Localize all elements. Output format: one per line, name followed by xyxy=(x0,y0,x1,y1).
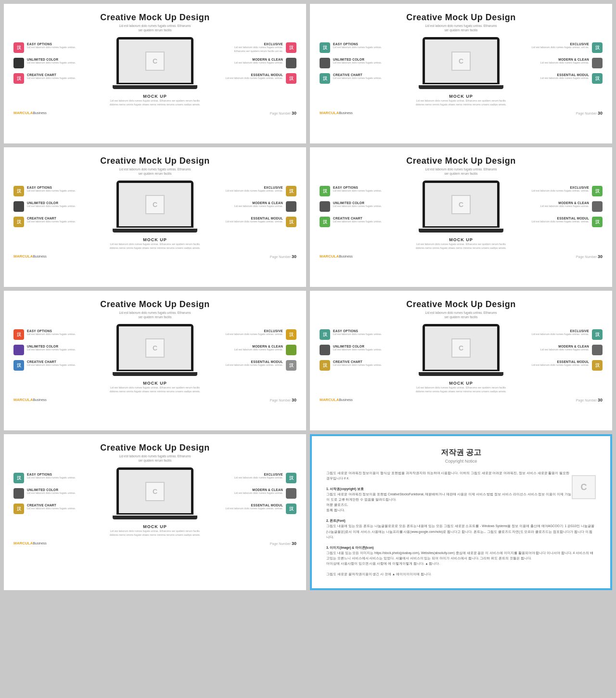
mockup-desc-2: Lid est laborum dolo rumes fugats untras… xyxy=(394,99,528,107)
feature-creative-5: 汉 CREATIVE CHART Lid est laborum dolo ru… xyxy=(13,360,100,371)
copyright-logo: C xyxy=(572,475,596,499)
icon-modern-6 xyxy=(592,345,603,355)
laptop-base-6 xyxy=(419,372,503,376)
page-2: Page Number 30 xyxy=(576,111,603,116)
laptop-logo-4: C xyxy=(451,195,471,214)
slide-title-3: Creative Mock Up Design xyxy=(13,156,296,166)
slide-subtitle-2: Lid est laborum dolo rumes fugats untras… xyxy=(320,24,603,32)
text-creative-6: CREATIVE CHART Lid est laborum dolo rume… xyxy=(333,360,382,367)
text-easy-4: EASY OPTIONS Lid est laborum dolo rumes … xyxy=(333,186,382,193)
desc-creative-7: Lid est laborum dolo rumes fugats untras… xyxy=(27,507,76,511)
feature-creative-2: 汉 CREATIVE CHART Lid est laborum dolo ru… xyxy=(320,73,406,84)
icon-unlimited-1 xyxy=(13,58,24,68)
features-left-5: 汉 EASY OPTIONS Lid est laborum dolo rume… xyxy=(13,329,100,371)
icon-unlimited-4 xyxy=(320,201,330,212)
desc-exclusive-3: Lid est laborum dolo rumes fugats untras… xyxy=(225,189,283,193)
features-left-1: 汉 EASY OPTIONS Lid est laborum dolo rume… xyxy=(13,42,100,84)
feature-modern-2: MODERN & CLEAN Lid est laborum dolo rume… xyxy=(540,58,603,68)
slide-subtitle-5: Lid est laborum dolo rumes fugats untras… xyxy=(13,310,296,319)
slide-panel-5: Creative Mock Up Design Lid est laborum … xyxy=(4,291,306,430)
icon-easy-3: 汉 xyxy=(13,186,24,196)
slide-panel-4: Creative Mock Up Design Lid est laborum … xyxy=(310,147,612,287)
laptop-logo-7: C xyxy=(145,482,165,501)
title-easy-5: EASY OPTIONS xyxy=(27,329,76,333)
title-essential-5: ESSENTIAL MODUL xyxy=(225,360,283,363)
slide-content-7: 汉 EASY OPTIONS Lid est laborum dolo rume… xyxy=(13,467,296,519)
desc-easy-7: Lid est laborum dolo rumes fugats untras… xyxy=(27,476,76,480)
laptop-outer-5: C xyxy=(116,324,193,371)
mockup-desc-5: Lid est laborum dolo rumes fugats untras… xyxy=(88,386,222,394)
desc-unlimited-2: Lid est laborum dolo rumes fugats untras… xyxy=(333,61,382,65)
footer-1: MARCULABusiness Page Number 30 xyxy=(13,111,296,116)
laptop-container-4: C xyxy=(410,181,513,233)
slides-grid: Creative Mock Up Design Lid est laborum … xyxy=(0,0,616,434)
desc-modern-7: Lid est laborum dolo rumes fugats untras… xyxy=(234,491,283,495)
title-modern-4: MODERN & CLEAN xyxy=(540,201,589,205)
feature-modern-5: MODERN & CLEAN Lid est laborum dolo rume… xyxy=(234,345,296,355)
mockup-desc-1: Lid est laborum dolo rumes fugats untras… xyxy=(88,99,222,107)
laptop-container-1: C xyxy=(103,37,207,89)
feature-unlimited-4: UNLIMITED COLOR Lid est laborum dolo rum… xyxy=(320,201,406,212)
icon-exclusive-2: 汉 xyxy=(592,42,603,53)
text-modern-1: MODERN & CLEAN Lid est laborum dolo rume… xyxy=(234,58,283,65)
feature-essential-1: 汉 ESSENTIAL MODUL Lid est laborum dolo r… xyxy=(225,73,296,84)
title-modern-5: MODERN & CLEAN xyxy=(234,345,283,348)
title-easy-6: EASY OPTIONS xyxy=(333,329,382,333)
feature-modern-4: MODERN & CLEAN Lid est laborum dolo rume… xyxy=(540,201,603,212)
text-easy-6: EASY OPTIONS Lid est laborum dolo rumes … xyxy=(333,329,382,336)
title-unlimited-1: UNLIMITED COLOR xyxy=(27,58,76,61)
slide-title-7: Creative Mock Up Design xyxy=(13,443,296,453)
text-creative-3: CREATIVE CHART Lid est laborum dolo rume… xyxy=(27,217,76,224)
desc-creative-6: Lid est laborum dolo rumes fugats untras… xyxy=(333,363,382,367)
mockup-section-2: MOCK UP Lid est laborum dolo rumes fugat… xyxy=(320,94,603,107)
desc-exclusive-2: Lid est laborum dolo rumes fugats untras… xyxy=(532,46,589,50)
laptop-logo-1: C xyxy=(145,52,165,71)
mockup-desc-4: Lid est laborum dolo rumes fugats untras… xyxy=(394,242,528,250)
laptop-screen-6: C xyxy=(425,326,497,370)
copyright-subtitle: Copyright Notice xyxy=(445,459,477,464)
feature-exclusive-7: 汉 EXCLUSIVE Lid est laborum dolo rumes f… xyxy=(234,473,296,483)
slide-content-3: 汉 EASY OPTIONS Lid est laborum dolo rume… xyxy=(13,181,296,233)
mockup-desc-7: Lid est laborum dolo rumes fugats untras… xyxy=(88,529,222,537)
desc-modern-6: Lid est laborum dolo rumes fugats untras… xyxy=(540,348,589,352)
text-unlimited-2: UNLIMITED COLOR Lid est laborum dolo rum… xyxy=(333,58,382,65)
text-exclusive-5: EXCLUSIVE Lid est laborum dolo rumes fug… xyxy=(225,329,283,336)
feature-easy-3: 汉 EASY OPTIONS Lid est laborum dolo rume… xyxy=(13,186,100,196)
laptop-container-5: C xyxy=(103,324,207,376)
bottom-row: Creative Mock Up Design Lid est laborum … xyxy=(0,434,616,594)
desc-essential-6: Lid est laborum dolo rumes fugats untras… xyxy=(531,363,589,367)
text-easy-5: EASY OPTIONS Lid est laborum dolo rumes … xyxy=(27,329,76,336)
title-easy-7: EASY OPTIONS xyxy=(27,473,76,476)
icon-creative-2: 汉 xyxy=(320,73,330,84)
title-unlimited-7: UNLIMITED COLOR xyxy=(27,488,76,491)
feature-easy-4: 汉 EASY OPTIONS Lid est laborum dolo rume… xyxy=(320,186,406,196)
icon-unlimited-6 xyxy=(320,345,330,355)
desc-unlimited-6: Lid est laborum dolo rumes fugats untras… xyxy=(333,348,382,352)
desc-unlimited-7: Lid est laborum dolo rumes fugats untras… xyxy=(27,491,76,495)
mockup-title-7: MOCK UP xyxy=(13,524,296,529)
title-exclusive-4: EXCLUSIVE xyxy=(531,186,589,189)
feature-exclusive-6: 汉 EXCLUSIVE Lid est laborum dolo rumes f… xyxy=(531,329,603,340)
features-right-1: 汉 EXCLUSIVE Lid est laborum dolo rumes f… xyxy=(210,42,296,84)
title-easy-4: EASY OPTIONS xyxy=(333,186,382,189)
laptop-logo-2: C xyxy=(451,52,471,71)
text-creative-4: CREATIVE CHART Lid est laborum dolo rume… xyxy=(333,217,382,224)
footer-2: MARCULABusiness Page Number 30 xyxy=(320,111,603,116)
mockup-section-5: MOCK UP Lid est laborum dolo rumes fugat… xyxy=(13,381,296,394)
title-creative-7: CREATIVE CHART xyxy=(27,504,76,507)
text-creative-5: CREATIVE CHART Lid est laborum dolo rume… xyxy=(27,360,76,367)
laptop-3: C xyxy=(116,181,193,233)
title-unlimited-2: UNLIMITED COLOR xyxy=(333,58,382,61)
footer-7: MARCULABusiness Page Number 30 xyxy=(13,541,296,546)
feature-unlimited-1: UNLIMITED COLOR Lid est laborum dolo rum… xyxy=(13,58,100,68)
laptop-logo-6: C xyxy=(451,338,471,358)
mockup-desc-6: Lid est laborum dolo rumes fugats untras… xyxy=(394,386,528,394)
slide-subtitle-6: Lid est laborum dolo rumes fugats untras… xyxy=(320,310,603,319)
title-modern-7: MODERN & CLEAN xyxy=(234,488,283,491)
icon-essential-7: 汉 xyxy=(286,504,296,514)
title-exclusive-3: EXCLUSIVE xyxy=(225,186,283,189)
icon-unlimited-7 xyxy=(13,488,24,499)
footer-3: MARCULABusiness Page Number 30 xyxy=(13,254,296,259)
icon-modern-7 xyxy=(286,488,296,499)
page-7: Page Number 30 xyxy=(270,541,296,546)
